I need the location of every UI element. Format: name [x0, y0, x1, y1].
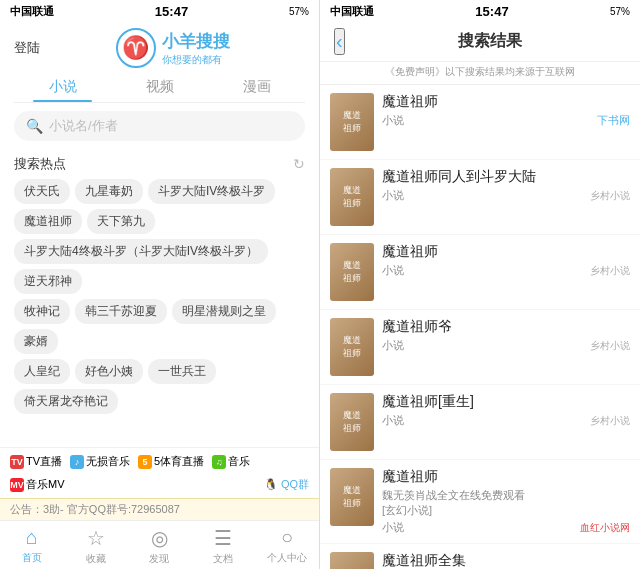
hot-tags-row5: 人皇纪 好色小姨 一世兵王 倚天屠龙夺艳记: [14, 359, 305, 414]
hot-tag[interactable]: 人皇纪: [14, 359, 70, 384]
hot-title: 搜索热点 ↻: [14, 155, 305, 173]
cover-image-6: 魔道祖师: [330, 552, 374, 569]
music-link[interactable]: ♫ 音乐: [212, 454, 250, 469]
hot-tag[interactable]: 倚天屠龙夺艳记: [14, 389, 118, 414]
hot-tag[interactable]: 伏天氏: [14, 179, 70, 204]
hot-tag[interactable]: 明星潜规则之皇: [172, 299, 276, 324]
hot-tag[interactable]: 韩三千苏迎夏: [75, 299, 167, 324]
hot-tag[interactable]: 斗罗大陆IV终极斗罗: [148, 179, 275, 204]
sport-icon: 5: [138, 455, 152, 469]
result-title-0: 魔道祖师: [382, 93, 630, 111]
result-tag-row-3: 小说 乡村小说: [382, 338, 630, 353]
article-icon: ☰: [214, 526, 232, 550]
left-panel: 中国联通 15:47 57% 登陆 ♈ 小羊搜搜 你想要的都有 小说 视频 漫画…: [0, 0, 320, 569]
sport-label: 5体育直播: [154, 454, 204, 469]
mv-link[interactable]: MV 音乐MV: [10, 477, 65, 492]
carrier-left: 中国联通: [10, 4, 54, 19]
status-bar-left: 中国联通 15:47 57%: [0, 0, 319, 22]
nav-home[interactable]: ⌂ 首页: [0, 521, 64, 569]
hot-tag[interactable]: 好色小姨: [75, 359, 143, 384]
music-no-link[interactable]: ♪ 无损音乐: [70, 454, 130, 469]
result-category-0: 小说: [382, 113, 404, 128]
result-title-3: 魔道祖师爷: [382, 318, 630, 336]
result-category-4: 小说: [382, 413, 404, 428]
hot-tag[interactable]: 天下第九: [87, 209, 155, 234]
top-bar-left: 登陆 ♈ 小羊搜搜 你想要的都有: [0, 22, 319, 72]
logo-text-area: 小羊搜搜 你想要的都有: [162, 30, 230, 67]
result-item-3[interactable]: 魔道祖师 魔道祖师爷 小说 乡村小说: [320, 310, 640, 384]
search-bar[interactable]: 🔍 小说名/作者: [14, 111, 305, 141]
result-action-0[interactable]: 下书网: [597, 113, 630, 128]
hot-tag[interactable]: 魔道祖师: [14, 209, 82, 234]
result-item-5[interactable]: 魔道祖师 魔道祖师 魏无羡肖战全文在线免费观看[玄幻小说] 小说 血红小说网: [320, 460, 640, 543]
tab-novel[interactable]: 小说: [14, 72, 111, 102]
result-title-2: 魔道祖师: [382, 243, 630, 261]
result-category-1: 小说: [382, 188, 404, 203]
result-cover-5: 魔道祖师: [330, 468, 374, 526]
result-cover-0: 魔道祖师: [330, 93, 374, 151]
hot-tag[interactable]: 逆天邪神: [14, 269, 82, 294]
qq-group-link[interactable]: 🐧 QQ群: [264, 477, 309, 492]
hot-tags-row4: 牧神记 韩三千苏迎夏 明星潜规则之皇 豪婿: [14, 299, 305, 354]
disclaimer-text: 《免费声明》以下搜索结果均来源于互联网: [385, 66, 575, 77]
disclaimer-bar: 《免费声明》以下搜索结果均来源于互联网: [320, 62, 640, 85]
hot-tag[interactable]: 牧神记: [14, 299, 70, 324]
result-item-2[interactable]: 魔道祖师 魔道祖师 小说 乡村小说: [320, 235, 640, 309]
result-sub-5: 魏无羡肖战全文在线免费观看[玄幻小说]: [382, 488, 630, 518]
result-info-4: 魔道祖师[重生] 小说 乡村小说: [382, 393, 630, 428]
nav-discover[interactable]: ◎ 发现: [128, 521, 192, 569]
result-info-5: 魔道祖师 魏无羡肖战全文在线免费观看[玄幻小说] 小说 血红小说网: [382, 468, 630, 535]
tab-bar: 小说 视频 漫画: [14, 72, 305, 103]
search-icon: 🔍: [26, 118, 43, 134]
battery-left: 57%: [289, 6, 309, 17]
refresh-icon[interactable]: ↻: [293, 156, 305, 172]
carrier-right: 中国联通: [330, 4, 374, 19]
discover-label: 发现: [149, 552, 169, 566]
time-left: 15:47: [54, 4, 289, 19]
result-item-1[interactable]: 魔道祖师 魔道祖师同人到斗罗大陆 小说 乡村小说: [320, 160, 640, 234]
result-item-0[interactable]: 魔道祖师 魔道祖师 小说 下书网: [320, 85, 640, 159]
result-source-4: 乡村小说: [590, 414, 630, 428]
profile-icon: ○: [281, 526, 293, 549]
nav-profile[interactable]: ○ 个人中心: [255, 521, 319, 569]
mv-icon: MV: [10, 478, 24, 492]
tab-comic[interactable]: 漫画: [208, 72, 305, 102]
result-info-6: 魔道祖师全集 墨香铜臭[玄幻小说] 血红小说网: [382, 552, 630, 569]
qq-label: QQ群: [281, 477, 309, 492]
result-info-3: 魔道祖师爷 小说 乡村小说: [382, 318, 630, 353]
tab-video[interactable]: 视频: [111, 72, 208, 102]
nav-collect[interactable]: ☆ 收藏: [64, 521, 128, 569]
result-category-2: 小说: [382, 263, 404, 278]
search-placeholder: 小说名/作者: [49, 117, 293, 135]
hot-tag[interactable]: 九星毒奶: [75, 179, 143, 204]
bottom-nav: ⌂ 首页 ☆ 收藏 ◎ 发现 ☰ 文档 ○ 个人中心: [0, 520, 319, 569]
tv-link[interactable]: TV TV直播: [10, 454, 62, 469]
result-item-6[interactable]: 魔道祖师 魔道祖师全集 墨香铜臭[玄幻小说] 血红小说网: [320, 544, 640, 569]
result-tag-row-5: 小说 血红小说网: [382, 520, 630, 535]
result-source-5: 血红小说网: [580, 521, 630, 535]
cover-image-1: 魔道祖师: [330, 168, 374, 226]
result-tag-row-1: 小说 乡村小说: [382, 188, 630, 203]
search-result-header: ‹ 搜索结果: [320, 22, 640, 62]
hot-tag[interactable]: 斗罗大陆4终极斗罗（斗罗大陆IV终极斗罗）: [14, 239, 268, 264]
result-item-4[interactable]: 魔道祖师 魔道祖师[重生] 小说 乡村小说: [320, 385, 640, 459]
results-list: 魔道祖师 魔道祖师 小说 下书网 魔道祖师 魔道祖师同人到斗罗大陆 小说 乡村小…: [320, 85, 640, 569]
logo-area: ♈ 小羊搜搜 你想要的都有: [40, 28, 305, 68]
hot-tag[interactable]: 豪婿: [14, 329, 58, 354]
result-title-4: 魔道祖师[重生]: [382, 393, 630, 411]
discover-icon: ◎: [151, 526, 168, 550]
cover-image-5: 魔道祖师: [330, 468, 374, 526]
app-name: 小羊搜搜: [162, 30, 230, 53]
music-icon: ♫: [212, 455, 226, 469]
logo-circle: ♈: [116, 28, 156, 68]
home-icon: ⌂: [26, 526, 38, 549]
notice-bar: 公告：3助- 官方QQ群号:72965087: [0, 498, 319, 520]
nav-article[interactable]: ☰ 文档: [191, 521, 255, 569]
result-info-1: 魔道祖师同人到斗罗大陆 小说 乡村小说: [382, 168, 630, 203]
login-button[interactable]: 登陆: [14, 39, 40, 57]
sport-link[interactable]: 5 5体育直播: [138, 454, 204, 469]
collect-icon: ☆: [87, 526, 105, 550]
tv-icon: TV: [10, 455, 24, 469]
hot-tag[interactable]: 一世兵王: [148, 359, 216, 384]
back-button[interactable]: ‹: [334, 28, 345, 55]
